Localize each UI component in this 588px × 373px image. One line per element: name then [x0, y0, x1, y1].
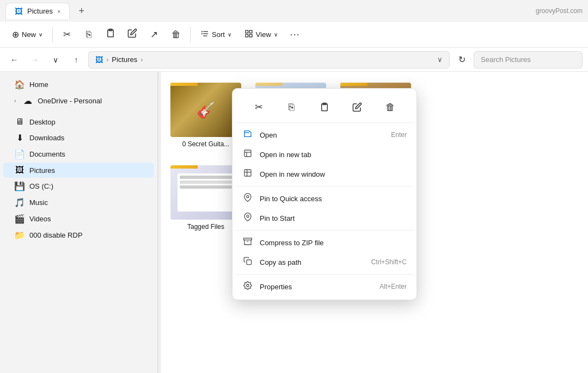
delete-button[interactable]: 🗑	[166, 25, 186, 45]
ctx-paste-button[interactable]	[314, 96, 335, 118]
sidebar-item-videos-label: Videos	[29, 215, 133, 223]
ctx-properties-icon	[242, 281, 253, 292]
view-icon	[244, 29, 253, 40]
recent-locations-button[interactable]: ∨	[47, 51, 64, 69]
ctx-open-icon	[242, 129, 253, 140]
folder-label-tagged: Tagged Files	[187, 223, 224, 231]
ctx-open-item[interactable]: Open Enter	[236, 125, 413, 145]
address-bar-row: ← → ∨ ↑ 🖼 › Pictures › ∨ ↻ Search Pictur…	[0, 48, 588, 72]
ctx-open-tab-icon	[242, 149, 253, 160]
home-icon: 🏠	[14, 79, 25, 90]
downloads-icon: ⬇	[14, 133, 25, 143]
sidebar-item-pictures-label: Pictures	[29, 166, 133, 175]
ctx-cut-button[interactable]: ✂	[248, 96, 270, 118]
refresh-button[interactable]: ↻	[453, 51, 470, 69]
search-placeholder: Search Pictures	[481, 55, 531, 64]
new-icon: ⊕	[12, 29, 19, 40]
svg-rect-12	[244, 170, 251, 176]
rename-icon	[127, 28, 137, 41]
sidebar-item-osc-label: OS (C:)	[29, 182, 133, 190]
ctx-properties-shortcut: Alt+Enter	[379, 283, 407, 290]
rename-button[interactable]	[122, 25, 142, 45]
sidebar-item-documents[interactable]: 📄 Documents 📌	[3, 146, 154, 162]
content-area: 🎸 0 Secret Guita... Icons	[161, 72, 588, 373]
ctx-open-label: Open	[260, 131, 384, 139]
address-separator-1: ›	[106, 55, 108, 64]
toolbar-separator-1	[52, 27, 53, 42]
svg-rect-15	[244, 238, 252, 240]
sidebar-item-documents-label: Documents	[29, 150, 133, 158]
new-tab-button[interactable]: +	[75, 5, 88, 17]
documents-icon: 📄	[14, 149, 25, 159]
view-dropdown-icon: ∨	[274, 32, 278, 38]
folder-thumb-tagged	[170, 165, 241, 220]
sidebar-item-000rdp-label: 000 disable RDP	[29, 231, 145, 239]
address-box[interactable]: 🖼 › Pictures › ∨	[88, 51, 450, 69]
ctx-pin-start-item[interactable]: Pin to Start	[236, 208, 413, 228]
svg-point-18	[247, 284, 249, 287]
ctx-compress-icon	[242, 237, 253, 248]
ctx-compress-item[interactable]: Compress to ZIP file	[236, 233, 413, 252]
pictures-sidebar-icon: 🖼	[14, 165, 25, 175]
onedrive-expand-icon: ›	[14, 98, 16, 104]
ctx-open-new-window-item[interactable]: Open in new window	[236, 164, 413, 184]
svg-rect-17	[247, 260, 252, 265]
sidebar-item-music[interactable]: 🎵 Music 📌	[3, 195, 154, 210]
tab-close-button[interactable]: ×	[57, 8, 60, 15]
view-button[interactable]: View ∨	[239, 27, 283, 42]
up-button[interactable]: ↑	[68, 51, 85, 69]
ctx-open-new-tab-item[interactable]: Open in new tab	[236, 145, 413, 164]
sidebar-item-videos[interactable]: 🎬 Videos 📌	[3, 211, 154, 227]
svg-rect-5	[246, 30, 248, 33]
share-button[interactable]: ↗	[144, 25, 164, 45]
paste-button[interactable]	[101, 25, 120, 45]
new-label: New	[22, 30, 36, 39]
guitar-img: 🎸	[170, 83, 241, 137]
osc-icon: 💾	[14, 181, 25, 191]
svg-rect-8	[249, 34, 252, 37]
address-dropdown-icon[interactable]: ∨	[437, 55, 443, 64]
ctx-pin-quick-label: Pin to Quick access	[260, 195, 407, 203]
svg-rect-7	[246, 34, 248, 37]
sidebar-item-osc[interactable]: 💾 OS (C:) 📌	[3, 178, 154, 194]
sidebar-item-pictures[interactable]: 🖼 Pictures 📌	[3, 163, 154, 178]
search-box[interactable]: Search Pictures	[474, 51, 583, 69]
new-button[interactable]: ⊕ New ∨	[7, 27, 48, 42]
sidebar-item-downloads[interactable]: ⬇ Downloads 📌	[3, 130, 154, 146]
ctx-copy-path-item[interactable]: Copy as path Ctrl+Shift+C	[236, 252, 413, 272]
context-menu: ✂ ⎘ 🗑 Open Enter	[232, 88, 417, 300]
sidebar-item-onedrive[interactable]: › ☁ OneDrive - Personal	[3, 93, 154, 109]
forward-button[interactable]: →	[26, 51, 44, 69]
copy-button[interactable]: ⎘	[79, 25, 99, 45]
sort-button[interactable]: Sort ∨	[195, 27, 237, 42]
more-options-button[interactable]: ···	[285, 25, 305, 45]
sidebar-item-desktop[interactable]: 🖥 Desktop 📌	[3, 114, 154, 129]
ctx-delete-button[interactable]: 🗑	[379, 96, 401, 118]
back-button[interactable]: ←	[5, 51, 23, 69]
ctx-sep-2	[236, 230, 413, 231]
ctx-pin-quick-item[interactable]: Pin to Quick access	[236, 189, 413, 208]
ctx-open-window-icon	[242, 169, 253, 179]
sidebar-item-000rdp[interactable]: 📁 000 disable RDP	[3, 227, 154, 243]
active-tab[interactable]: 🖼 Pictures ×	[5, 3, 70, 19]
videos-icon: 🎬	[14, 214, 25, 224]
sort-label: Sort	[212, 30, 225, 39]
ctx-copy-button[interactable]: ⎘	[281, 96, 303, 118]
music-icon: 🎵	[14, 197, 25, 208]
sidebar-item-onedrive-label: OneDrive - Personal	[38, 97, 145, 105]
sort-icon	[200, 29, 209, 40]
sidebar-item-home[interactable]: 🏠 Home	[3, 77, 154, 92]
onedrive-icon: ☁	[22, 96, 33, 106]
svg-point-14	[247, 215, 249, 217]
cut-icon: ✂	[63, 29, 71, 40]
main-layout: 🏠 Home › ☁ OneDrive - Personal 🖥 Desktop…	[0, 72, 588, 373]
sidebar-item-downloads-label: Downloads	[29, 134, 133, 142]
sort-dropdown-icon: ∨	[228, 32, 231, 38]
ctx-properties-item[interactable]: Properties Alt+Enter	[236, 277, 413, 296]
toolbar: ⊕ New ∨ ✂ ⎘ ↗ 🗑 Sort ∨ View ∨ ··	[0, 22, 588, 48]
ctx-rename-button[interactable]	[346, 96, 368, 118]
title-bar: 🖼 Pictures × + groovyPost.com	[0, 0, 588, 22]
folder-label-secret-guitar: 0 Secret Guita...	[182, 140, 230, 148]
sidebar-item-desktop-label: Desktop	[29, 118, 133, 126]
cut-button[interactable]: ✂	[57, 25, 77, 45]
